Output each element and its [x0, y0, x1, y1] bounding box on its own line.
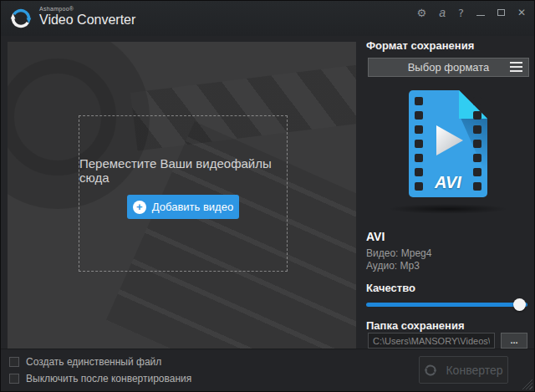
quality-slider-track[interactable]	[366, 303, 527, 307]
video-codec-info: Видео: Mpeg4	[366, 247, 431, 259]
audio-codec-info: Аудио: Mp3	[366, 260, 420, 272]
drop-zone-message: Переместите Ваши видеофайлы сюда	[79, 156, 287, 185]
plus-icon: +	[133, 201, 146, 214]
avi-file-icon: AVI	[409, 90, 487, 197]
app-window: Ashampoo® Video Converter ⚙ a ? ✕ Переме…	[0, 0, 535, 392]
file-icon-drop-shadow	[388, 204, 508, 214]
format-name: AVI	[366, 230, 385, 243]
single-file-checkbox-row[interactable]: Создать единственный файл	[9, 356, 161, 368]
maximize-icon[interactable]	[497, 9, 505, 16]
menu-hamburger-icon	[510, 62, 522, 72]
shutdown-checkbox[interactable]	[9, 374, 19, 384]
single-file-checkbox[interactable]	[9, 357, 19, 367]
choose-format-label: Выбор формата	[408, 61, 490, 74]
single-file-checkbox-label: Создать единственный файл	[26, 356, 161, 368]
app-title: Ashampoo® Video Converter	[39, 6, 135, 28]
output-path-input[interactable]	[368, 333, 495, 349]
drop-zone[interactable]: Переместите Ваши видеофайлы сюда + Добав…	[79, 115, 288, 272]
quality-heading: Качество	[366, 282, 415, 294]
account-icon[interactable]: a	[439, 7, 446, 18]
titlebar-controls: ⚙ a ? ✕	[417, 1, 526, 24]
quality-slider-thumb[interactable]	[513, 298, 526, 311]
resize-grip[interactable]	[522, 379, 532, 389]
settings-gear-icon[interactable]: ⚙	[417, 8, 427, 18]
brand-small: Ashampoo®	[39, 6, 135, 12]
shutdown-checkbox-row[interactable]: Выключить после конвертирования	[9, 373, 191, 384]
shutdown-checkbox-label: Выключить после конвертирования	[26, 373, 191, 384]
output-folder-heading: Папка сохранения	[366, 319, 465, 332]
add-video-label: Добавить видео	[152, 201, 233, 213]
file-list-panel: Переместите Ваши видеофайлы сюда + Добав…	[8, 42, 356, 350]
convert-sync-icon	[424, 364, 437, 377]
title-bar: Ashampoo® Video Converter ⚙ a ? ✕	[1, 1, 534, 36]
quality-slider[interactable]	[366, 298, 527, 311]
choose-format-button[interactable]: Выбор формата	[368, 58, 529, 77]
brand-main: Video Converter	[39, 13, 135, 28]
add-video-button[interactable]: + Добавить видео	[127, 195, 239, 219]
format-panel: Формат сохранения Выбор формата AVI AVI …	[356, 36, 535, 350]
app-logo-icon	[9, 7, 33, 30]
help-icon[interactable]: ?	[458, 8, 464, 18]
minimize-icon[interactable]	[476, 15, 485, 16]
convert-button-label: Конвертер	[446, 364, 502, 377]
bottom-bar: Создать единственный файл Выключить посл…	[1, 349, 534, 391]
file-icon-format-label: AVI	[409, 173, 487, 192]
close-icon[interactable]: ✕	[517, 7, 526, 18]
convert-button[interactable]: Конвертер	[419, 356, 508, 384]
format-heading: Формат сохранения	[366, 39, 474, 52]
browse-folder-button[interactable]: ...	[501, 333, 527, 349]
